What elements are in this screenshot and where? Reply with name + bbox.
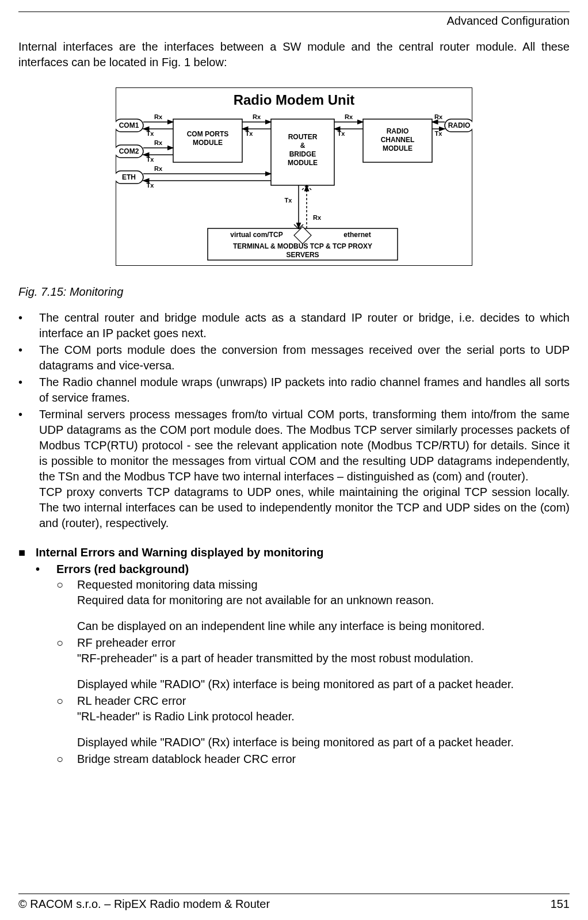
section-heading: ■Internal Errors and Warning displayed b…	[18, 545, 570, 560]
svg-text:virtual com/TCP: virtual com/TCP	[230, 231, 282, 239]
svg-text:Rx: Rx	[313, 214, 322, 221]
svg-text:Tx: Tx	[285, 197, 293, 204]
page-header: Advanced Configuration	[18, 14, 570, 28]
svg-text:ROUTER: ROUTER	[288, 133, 318, 141]
intro-paragraph: Internal interfaces are the interfaces b…	[18, 39, 570, 70]
svg-text:Rx: Rx	[154, 113, 163, 120]
footer-left: © RACOM s.r.o. – RipEX Radio modem & Rou…	[18, 898, 270, 911]
svg-text:RADIO: RADIO	[387, 127, 409, 135]
svg-text:BRIDGE: BRIDGE	[289, 150, 316, 158]
svg-text:SERVERS: SERVERS	[286, 251, 319, 259]
svg-text:Rx: Rx	[253, 113, 261, 120]
svg-text:RADIO: RADIO	[448, 121, 471, 129]
svg-text:Tx: Tx	[246, 130, 254, 137]
svg-text:CHANNEL: CHANNEL	[381, 136, 415, 144]
svg-text:MODULE: MODULE	[193, 139, 223, 147]
bullet-list: •The central router and bridge module ac…	[18, 310, 570, 531]
svg-text:MODULE: MODULE	[288, 159, 318, 167]
svg-text:Rx: Rx	[434, 113, 443, 120]
svg-text:Tx: Tx	[147, 130, 155, 137]
svg-text:&: &	[300, 142, 306, 150]
subsection-heading: •Errors (red background)	[36, 562, 570, 577]
figure-diagram: Radio Modem Unit COM1 COM2 ETH RADIO COM…	[18, 87, 570, 266]
svg-text:COM1: COM1	[119, 121, 139, 129]
svg-text:Tx: Tx	[338, 130, 346, 137]
svg-text:COM PORTS: COM PORTS	[187, 130, 229, 138]
svg-text:Tx: Tx	[147, 156, 155, 163]
svg-text:Tx: Tx	[147, 182, 155, 189]
figure-title: Radio Modem Unit	[234, 92, 355, 108]
svg-text:Rx: Rx	[154, 165, 163, 172]
svg-text:Rx: Rx	[345, 113, 353, 120]
svg-text:MODULE: MODULE	[383, 144, 413, 152]
page-number: 151	[551, 898, 570, 911]
svg-text:ethernet: ethernet	[343, 231, 371, 239]
figure-caption: Fig. 7.15: Monitoring	[18, 285, 570, 299]
svg-text:Rx: Rx	[154, 139, 163, 146]
error-list: ○Requested monitoring data missing Requi…	[56, 577, 570, 767]
svg-text:COM2: COM2	[119, 147, 139, 155]
svg-text:ETH: ETH	[122, 173, 136, 181]
svg-text:Tx: Tx	[435, 130, 443, 137]
